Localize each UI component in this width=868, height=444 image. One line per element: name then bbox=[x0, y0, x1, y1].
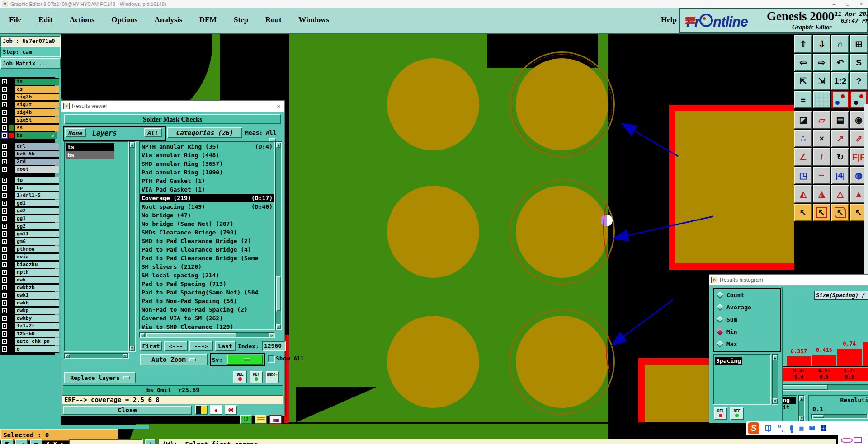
layer-color-swatch[interactable] bbox=[9, 201, 14, 206]
histogram-bin[interactable]: 0.357 bbox=[786, 303, 811, 366]
toolbar-button[interactable]: ⇨ bbox=[813, 54, 830, 71]
toolbar-button[interactable]: / bbox=[813, 148, 830, 166]
category-row[interactable]: Pad to Pad Spacing(Same Net) (504 bbox=[140, 288, 274, 297]
layer-checkbox-icon[interactable] bbox=[1, 143, 8, 150]
layer-checkbox-icon[interactable] bbox=[1, 346, 8, 352]
layer-color-swatch[interactable] bbox=[9, 185, 14, 191]
layer-color-swatch[interactable] bbox=[9, 125, 14, 131]
window-title-bar[interactable]: ✕ Graphic Editor 9.07b2 (00@HY-HYCAM-PC1… bbox=[0, 0, 868, 8]
footer-icon-button[interactable]: REF bbox=[225, 405, 237, 415]
footer-icon-button[interactable] bbox=[269, 415, 282, 424]
categories-button[interactable]: Categories (26) bbox=[167, 127, 242, 138]
layer-row[interactable]: d bbox=[1, 346, 54, 352]
layer-color-swatch[interactable] bbox=[9, 339, 14, 344]
layer-row[interactable]: tp bbox=[1, 177, 54, 183]
chinese-mode-icon[interactable] bbox=[765, 425, 771, 431]
layer-checkbox-icon[interactable] bbox=[1, 308, 8, 314]
category-row[interactable]: Coverage (219) (D:17) bbox=[140, 194, 274, 202]
layer-row[interactable]: auto_chk_pn bbox=[1, 338, 54, 345]
toolbar-button[interactable] bbox=[831, 91, 849, 108]
footer-icon-button[interactable] bbox=[195, 405, 208, 415]
layer-checkbox-icon[interactable] bbox=[1, 323, 8, 329]
last-button[interactable]: Last bbox=[215, 341, 236, 351]
layer-checkbox-icon[interactable] bbox=[1, 262, 8, 268]
toolbar-button[interactable]: ⇲ bbox=[813, 72, 830, 90]
toolbar-button[interactable]: ⊞ bbox=[850, 35, 868, 53]
layer-color-swatch[interactable] bbox=[9, 323, 14, 329]
layer-color-swatch[interactable] bbox=[9, 133, 14, 138]
category-row[interactable]: SM slivers (2120) bbox=[140, 262, 274, 271]
job-matrix-button[interactable]: Job Matrix ... bbox=[0, 58, 61, 69]
layer-row[interactable]: sig3t bbox=[1, 101, 54, 108]
skin-icon[interactable] bbox=[809, 426, 815, 430]
menu-item[interactable]: Actions bbox=[70, 8, 94, 32]
layer-color-swatch[interactable] bbox=[9, 346, 14, 352]
layer-row[interactable]: bp bbox=[1, 184, 54, 191]
layer-list-hscroll[interactable]: ◁ ▷ bbox=[64, 353, 129, 359]
layer-row[interactable]: sig5t bbox=[1, 117, 54, 123]
keyboard-icon[interactable]: ▦ bbox=[799, 424, 803, 432]
layer-checkbox-icon[interactable] bbox=[1, 185, 8, 191]
resolution-slider[interactable] bbox=[811, 414, 868, 419]
layer-color-swatch[interactable] bbox=[9, 216, 14, 221]
toolbar-button[interactable]: ⇧ bbox=[794, 35, 812, 53]
toolbar-button[interactable]: ▤ bbox=[831, 111, 849, 129]
toolbar-button[interactable]: ∠ bbox=[794, 148, 812, 166]
layer-row[interactable]: dwk bbox=[1, 276, 54, 283]
layer-list-vscroll[interactable]: ▲ ▽ bbox=[129, 141, 136, 352]
menu-item[interactable]: Edit bbox=[38, 8, 52, 32]
layer-checkbox-icon[interactable] bbox=[1, 300, 8, 306]
layer-checkbox-icon[interactable] bbox=[1, 94, 8, 100]
layer-color-swatch[interactable] bbox=[9, 231, 14, 237]
layer-color-swatch[interactable] bbox=[9, 254, 14, 260]
series-list-vscroll[interactable]: ▲ ▽ bbox=[798, 395, 805, 422]
footer-icon-button[interactable]: ● bbox=[210, 405, 222, 415]
toolbar-button[interactable]: S bbox=[850, 54, 868, 71]
menu-item[interactable]: Step bbox=[234, 8, 248, 32]
category-row[interactable]: Non-Pad to Non-Pad Spacing (2) bbox=[140, 305, 274, 314]
next-button[interactable]: ---> bbox=[189, 341, 213, 351]
layer-color-swatch[interactable] bbox=[9, 331, 14, 337]
layer-checkbox-icon[interactable] bbox=[1, 331, 8, 337]
layer-checkbox-icon[interactable] bbox=[1, 177, 8, 183]
toolbar-button[interactable]: ↻ bbox=[831, 148, 849, 166]
toolbar-button[interactable]: ╌ bbox=[813, 167, 830, 184]
layer-row[interactable]: gd2 bbox=[1, 207, 54, 214]
layer-row[interactable]: cvia bbox=[1, 253, 54, 260]
preview-thumbnail[interactable] bbox=[838, 435, 868, 444]
layer-row[interactable]: npth bbox=[1, 269, 54, 276]
menu-item[interactable]: DFM bbox=[199, 8, 217, 32]
category-row[interactable]: Pad to Pad Clearance Bridge (4) bbox=[140, 245, 274, 254]
histogram-bin[interactable]: 0 bbox=[782, 303, 786, 366]
layer-row[interactable]: bz6-5b bbox=[1, 150, 54, 157]
categories-vscroll[interactable]: ▲ ▽ bbox=[275, 141, 282, 330]
none-button[interactable]: None bbox=[65, 128, 86, 137]
category-row[interactable]: Covered VIA to SM (262) bbox=[140, 314, 274, 322]
layer-checkbox-icon[interactable] bbox=[1, 246, 8, 252]
category-row[interactable]: Pad to Non-Pad Spacing (56) bbox=[140, 297, 274, 305]
layer-row[interactable]: ts bbox=[1, 78, 54, 85]
layer-checkbox-icon[interactable] bbox=[1, 231, 8, 237]
layer-color-swatch[interactable] bbox=[9, 285, 14, 290]
layer-color-swatch[interactable] bbox=[9, 208, 14, 214]
pad[interactable] bbox=[387, 316, 479, 408]
layer-row[interactable]: biaozhu bbox=[1, 261, 54, 268]
layer-row[interactable]: dwk1 bbox=[1, 292, 54, 299]
prev-button[interactable]: <--- bbox=[164, 341, 188, 351]
category-row[interactable]: No bridge (Same Net) (207) bbox=[140, 220, 274, 228]
stat-option[interactable]: Count bbox=[714, 289, 780, 301]
layer-color-swatch[interactable] bbox=[9, 308, 14, 313]
toolbar-button[interactable]: ? bbox=[850, 72, 868, 90]
menu-item[interactable]: Analysis bbox=[155, 8, 182, 32]
layer-row[interactable]: cs bbox=[1, 86, 54, 93]
toolbar-button[interactable]: ↶ bbox=[831, 54, 849, 71]
layer-color-swatch[interactable] bbox=[9, 277, 14, 283]
menu-item-help[interactable]: Help bbox=[661, 8, 677, 32]
layer-color-swatch[interactable] bbox=[9, 293, 14, 298]
layer-color-swatch[interactable] bbox=[9, 144, 14, 149]
series-item[interactable]: Spacing bbox=[782, 397, 796, 404]
checks-header-button[interactable]: Solder Mask Checks bbox=[64, 114, 281, 124]
layer-checkbox-icon[interactable] bbox=[1, 192, 8, 199]
layer-color-swatch[interactable] bbox=[9, 262, 14, 267]
toolbar-button[interactable]: ≡ bbox=[794, 91, 812, 108]
